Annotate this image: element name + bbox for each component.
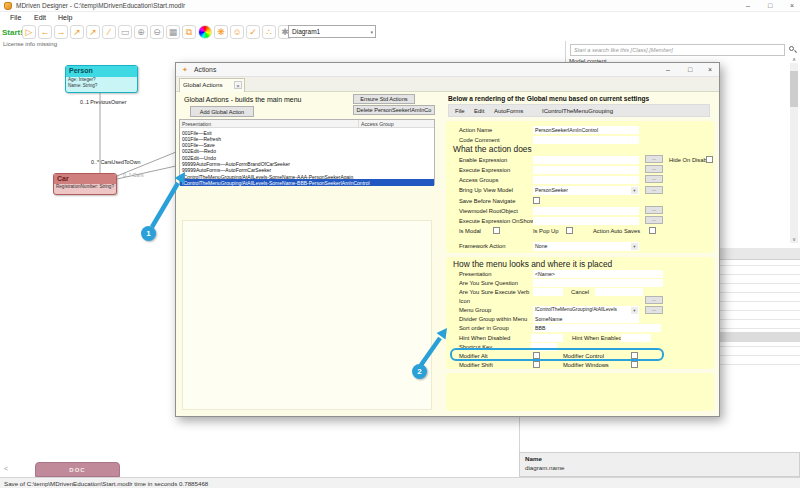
rendered-menu-autoforms[interactable]: AutoForms [494, 108, 523, 114]
copy-diagram-icon[interactable]: ⧉ [182, 25, 196, 39]
column-access-group[interactable]: Access Group [358, 120, 434, 128]
class-car[interactable]: Car RegistrationNumber: String? [53, 173, 117, 195]
menu-group-combo[interactable]: IControlTheMenuGrouping/AtAllLevels ▾ [533, 306, 639, 315]
back-arrow-icon[interactable]: ← [38, 25, 52, 39]
are-you-sure-question-input[interactable] [533, 279, 663, 287]
tab-close-icon[interactable]: × [234, 81, 242, 89]
column-presentation[interactable]: Presentation [180, 120, 358, 128]
dialog-close-button[interactable]: × [700, 64, 720, 76]
icon-ellipsis-button[interactable]: ... [645, 296, 663, 304]
rendered-menu-edit[interactable]: Edit [474, 108, 484, 114]
action-auto-saves-checkbox[interactable] [649, 227, 656, 234]
rendered-menu-file[interactable]: File [455, 108, 465, 114]
framework-action-combo[interactable]: None ▾ [533, 242, 639, 251]
user-icon[interactable]: ☺ [230, 25, 244, 39]
presentation-input[interactable]: <Name> [533, 270, 663, 278]
modifier-windows-checkbox[interactable] [631, 361, 638, 368]
is-popup-checkbox[interactable] [566, 227, 573, 234]
draw-line-icon[interactable]: ∕ [102, 25, 116, 39]
minimize-button[interactable]: – [738, 0, 758, 11]
person-attribute-name: Name: String? [66, 83, 137, 89]
forward-arrow-icon[interactable]: → [54, 25, 68, 39]
execute-expression-onshow-input[interactable] [533, 217, 639, 225]
pointer-arrow-icon[interactable]: ↗ [70, 25, 84, 39]
dialog-minimize-button[interactable]: – [658, 64, 678, 76]
access-groups-input[interactable] [533, 176, 639, 184]
menu-file[interactable]: File [10, 14, 21, 21]
search-icon [789, 46, 794, 51]
enable-expression-input[interactable] [533, 156, 639, 164]
model-tree-scrollbar[interactable]: ∧ ∨ [790, 63, 798, 243]
pointer-arrow-line-icon[interactable]: ↗ [86, 25, 100, 39]
are-you-sure-execute-verb-input[interactable] [533, 288, 563, 296]
add-global-action-button[interactable]: Add Global Action [190, 106, 254, 117]
settings-gears-icon[interactable]: ❋ [214, 25, 228, 39]
sort-order-input[interactable]: BBB [533, 324, 661, 332]
check-icon[interactable]: ✓ [246, 25, 260, 39]
tab-global-actions[interactable]: Global Actions × [179, 78, 245, 92]
action-list-item-selected[interactable]: IControlTheMenuGrouping/AtAllLevels-Some… [180, 179, 434, 185]
code-comment-input[interactable] [533, 136, 639, 144]
bring-up-view-model-ellipsis-button[interactable]: ... [645, 186, 663, 194]
viewmodel-rootobject-label: Viewmodel RootObject [459, 208, 518, 214]
enable-expression-label: Enable Expression [459, 157, 507, 163]
viewmodel-screen-icon[interactable]: ▭ [118, 25, 132, 39]
viewmodel-rootobject-input[interactable] [533, 207, 639, 215]
statusbar: Save of C:\temp\MDrivenEducation\Start.m… [0, 477, 800, 488]
enable-expression-ellipsis-button[interactable]: ... [645, 155, 663, 163]
are-you-sure-execute-verb-label: Are You Sure Execute Verb [459, 289, 529, 295]
viewmodel-rootobject-ellipsis-button[interactable]: ... [645, 206, 663, 214]
share-nodes-icon[interactable]: ∴ [262, 25, 276, 39]
menu-group-ellipsis-button[interactable]: ... [645, 306, 663, 314]
menu-help[interactable]: Help [58, 14, 72, 21]
license-warning: License info missing [3, 41, 57, 47]
hide-on-disable-checkbox[interactable] [706, 156, 713, 163]
access-groups-ellipsis-button[interactable]: ... [645, 175, 663, 183]
chevron-down-icon: ▾ [631, 243, 638, 250]
diagram-selector[interactable]: Diagram1 ▾ [288, 25, 376, 38]
ensure-std-actions-button[interactable]: Ensure Std Actions [353, 94, 415, 104]
delete-action-button[interactable]: Delete PersonSeekerIAmInCo [353, 105, 435, 115]
is-modal-checkbox[interactable] [493, 227, 500, 234]
dialog-maximize-button[interactable]: □ [680, 64, 700, 76]
hint-when-enabled-input[interactable] [621, 334, 651, 342]
divider-group-input[interactable]: SomeName [533, 315, 639, 323]
close-button[interactable]: × [782, 0, 800, 11]
modifier-shift-checkbox[interactable] [533, 361, 540, 368]
code-comment-label: Code Comment [459, 137, 500, 143]
access-groups-label: Access Groups [459, 177, 498, 183]
save-before-navigate-checkbox[interactable] [533, 197, 540, 204]
global-actions-list: Presentation Access Group 001File—Exit 0… [179, 119, 435, 185]
start-button[interactable]: Start! [2, 28, 23, 37]
tab-doc[interactable]: DOC [35, 462, 120, 477]
is-modal-label: Is Modal [459, 228, 481, 234]
scroll-down-icon[interactable]: ∨ [790, 235, 798, 243]
zoom-out-icon[interactable]: ⊖ [150, 25, 164, 39]
execute-expression-onshow-ellipsis-button[interactable]: ... [645, 216, 663, 224]
model-search-input[interactable] [570, 44, 785, 56]
play-icon[interactable]: ▷ [22, 25, 36, 39]
maximize-button[interactable]: □ [760, 0, 780, 11]
cancel-verb-input[interactable] [595, 288, 643, 296]
dialog-body: Global Actions - builds the main menu Ad… [176, 92, 719, 416]
class-person[interactable]: Person Age: Integer? Name: String? [65, 65, 138, 93]
hint-when-disabled-input[interactable] [531, 334, 563, 342]
what-action-does-heading: What the action does [453, 144, 532, 154]
dialog-titlebar[interactable]: ✦ Actions – □ × [176, 63, 719, 77]
execute-expression-ellipsis-button[interactable]: ... [645, 165, 663, 173]
color-wheel-icon[interactable] [198, 25, 212, 39]
rendered-menu-icontrolthemenugrouping[interactable]: IControlTheMenuGrouping [542, 108, 613, 114]
framework-action-label: Framework Action [459, 243, 505, 249]
grid-icon[interactable]: ▦ [166, 25, 180, 39]
bring-up-view-model-combo[interactable]: PersonSeeker ▾ [533, 186, 639, 195]
scroll-up-icon[interactable]: ∧ [790, 55, 798, 63]
menu-edit[interactable]: Edit [34, 14, 46, 21]
callout-2-badge: 2 [412, 364, 427, 379]
sort-order-highlight [450, 348, 664, 361]
modifier-shift-label: Modifier Shift [459, 362, 493, 368]
action-name-input[interactable]: PersonSeekerIAmInControl [533, 126, 639, 134]
tab-scroll-left-icon[interactable]: < [4, 465, 8, 472]
zoom-in-icon[interactable]: ⊕ [134, 25, 148, 39]
scrollbar-thumb[interactable] [790, 71, 798, 107]
execute-expression-input[interactable] [533, 166, 639, 174]
